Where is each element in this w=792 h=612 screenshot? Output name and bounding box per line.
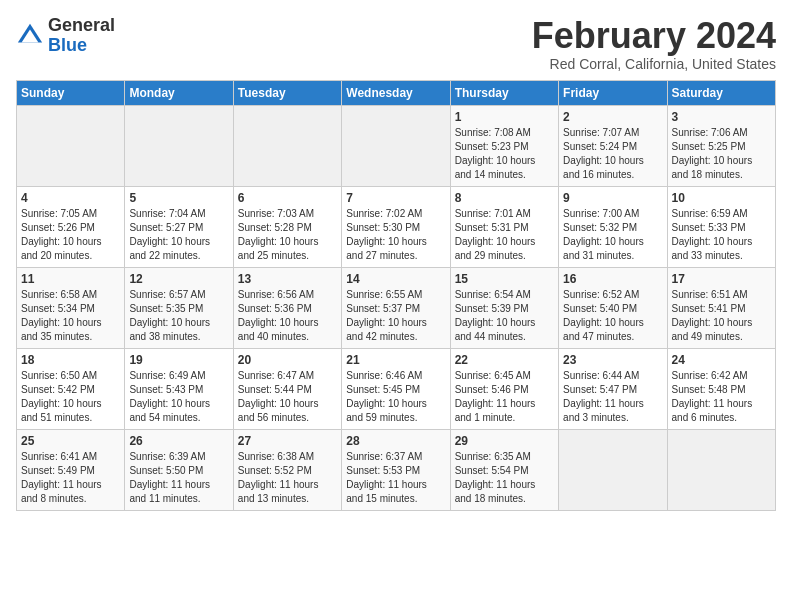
calendar-cell: 15Sunrise: 6:54 AM Sunset: 5:39 PM Dayli… (450, 267, 558, 348)
calendar-cell (17, 105, 125, 186)
calendar-week-row: 1Sunrise: 7:08 AM Sunset: 5:23 PM Daylig… (17, 105, 776, 186)
calendar-cell: 28Sunrise: 6:37 AM Sunset: 5:53 PM Dayli… (342, 429, 450, 510)
day-number: 21 (346, 353, 445, 367)
header-day-tuesday: Tuesday (233, 80, 341, 105)
calendar-cell: 14Sunrise: 6:55 AM Sunset: 5:37 PM Dayli… (342, 267, 450, 348)
day-number: 26 (129, 434, 228, 448)
day-info: Sunrise: 6:46 AM Sunset: 5:45 PM Dayligh… (346, 369, 445, 425)
day-info: Sunrise: 6:56 AM Sunset: 5:36 PM Dayligh… (238, 288, 337, 344)
calendar-week-row: 11Sunrise: 6:58 AM Sunset: 5:34 PM Dayli… (17, 267, 776, 348)
calendar-cell: 16Sunrise: 6:52 AM Sunset: 5:40 PM Dayli… (559, 267, 667, 348)
day-number: 2 (563, 110, 662, 124)
calendar-cell (125, 105, 233, 186)
calendar-cell: 26Sunrise: 6:39 AM Sunset: 5:50 PM Dayli… (125, 429, 233, 510)
header-day-wednesday: Wednesday (342, 80, 450, 105)
day-info: Sunrise: 6:45 AM Sunset: 5:46 PM Dayligh… (455, 369, 554, 425)
calendar-cell (233, 105, 341, 186)
calendar-cell: 8Sunrise: 7:01 AM Sunset: 5:31 PM Daylig… (450, 186, 558, 267)
calendar-cell: 4Sunrise: 7:05 AM Sunset: 5:26 PM Daylig… (17, 186, 125, 267)
day-info: Sunrise: 7:00 AM Sunset: 5:32 PM Dayligh… (563, 207, 662, 263)
header-day-thursday: Thursday (450, 80, 558, 105)
header-day-sunday: Sunday (17, 80, 125, 105)
title-area: February 2024 Red Corral, California, Un… (532, 16, 776, 72)
day-number: 7 (346, 191, 445, 205)
header: General Blue February 2024 Red Corral, C… (16, 16, 776, 72)
day-number: 17 (672, 272, 771, 286)
day-info: Sunrise: 7:06 AM Sunset: 5:25 PM Dayligh… (672, 126, 771, 182)
calendar-cell: 12Sunrise: 6:57 AM Sunset: 5:35 PM Dayli… (125, 267, 233, 348)
day-number: 11 (21, 272, 120, 286)
calendar-week-row: 25Sunrise: 6:41 AM Sunset: 5:49 PM Dayli… (17, 429, 776, 510)
calendar-cell: 6Sunrise: 7:03 AM Sunset: 5:28 PM Daylig… (233, 186, 341, 267)
day-info: Sunrise: 7:08 AM Sunset: 5:23 PM Dayligh… (455, 126, 554, 182)
day-info: Sunrise: 7:07 AM Sunset: 5:24 PM Dayligh… (563, 126, 662, 182)
day-info: Sunrise: 6:50 AM Sunset: 5:42 PM Dayligh… (21, 369, 120, 425)
day-info: Sunrise: 6:49 AM Sunset: 5:43 PM Dayligh… (129, 369, 228, 425)
day-info: Sunrise: 7:03 AM Sunset: 5:28 PM Dayligh… (238, 207, 337, 263)
day-info: Sunrise: 7:05 AM Sunset: 5:26 PM Dayligh… (21, 207, 120, 263)
day-info: Sunrise: 7:02 AM Sunset: 5:30 PM Dayligh… (346, 207, 445, 263)
location-title: Red Corral, California, United States (532, 56, 776, 72)
calendar-cell: 2Sunrise: 7:07 AM Sunset: 5:24 PM Daylig… (559, 105, 667, 186)
day-number: 27 (238, 434, 337, 448)
day-number: 4 (21, 191, 120, 205)
calendar-cell: 7Sunrise: 7:02 AM Sunset: 5:30 PM Daylig… (342, 186, 450, 267)
calendar-cell: 25Sunrise: 6:41 AM Sunset: 5:49 PM Dayli… (17, 429, 125, 510)
day-number: 29 (455, 434, 554, 448)
logo-icon (16, 22, 44, 50)
day-number: 10 (672, 191, 771, 205)
calendar: SundayMondayTuesdayWednesdayThursdayFrid… (16, 80, 776, 511)
calendar-cell: 29Sunrise: 6:35 AM Sunset: 5:54 PM Dayli… (450, 429, 558, 510)
day-number: 23 (563, 353, 662, 367)
day-number: 9 (563, 191, 662, 205)
day-number: 22 (455, 353, 554, 367)
calendar-week-row: 4Sunrise: 7:05 AM Sunset: 5:26 PM Daylig… (17, 186, 776, 267)
day-number: 16 (563, 272, 662, 286)
calendar-cell (559, 429, 667, 510)
day-info: Sunrise: 6:58 AM Sunset: 5:34 PM Dayligh… (21, 288, 120, 344)
day-info: Sunrise: 7:01 AM Sunset: 5:31 PM Dayligh… (455, 207, 554, 263)
calendar-cell: 18Sunrise: 6:50 AM Sunset: 5:42 PM Dayli… (17, 348, 125, 429)
calendar-cell: 11Sunrise: 6:58 AM Sunset: 5:34 PM Dayli… (17, 267, 125, 348)
month-title: February 2024 (532, 16, 776, 56)
calendar-week-row: 18Sunrise: 6:50 AM Sunset: 5:42 PM Dayli… (17, 348, 776, 429)
calendar-cell: 9Sunrise: 7:00 AM Sunset: 5:32 PM Daylig… (559, 186, 667, 267)
day-info: Sunrise: 6:57 AM Sunset: 5:35 PM Dayligh… (129, 288, 228, 344)
calendar-cell: 5Sunrise: 7:04 AM Sunset: 5:27 PM Daylig… (125, 186, 233, 267)
day-number: 18 (21, 353, 120, 367)
day-info: Sunrise: 6:59 AM Sunset: 5:33 PM Dayligh… (672, 207, 771, 263)
day-info: Sunrise: 6:44 AM Sunset: 5:47 PM Dayligh… (563, 369, 662, 425)
header-day-monday: Monday (125, 80, 233, 105)
logo: General Blue (16, 16, 115, 56)
day-info: Sunrise: 6:35 AM Sunset: 5:54 PM Dayligh… (455, 450, 554, 506)
day-number: 13 (238, 272, 337, 286)
day-number: 12 (129, 272, 228, 286)
day-number: 14 (346, 272, 445, 286)
day-number: 24 (672, 353, 771, 367)
day-info: Sunrise: 6:41 AM Sunset: 5:49 PM Dayligh… (21, 450, 120, 506)
calendar-header-row: SundayMondayTuesdayWednesdayThursdayFrid… (17, 80, 776, 105)
day-number: 15 (455, 272, 554, 286)
calendar-cell: 20Sunrise: 6:47 AM Sunset: 5:44 PM Dayli… (233, 348, 341, 429)
day-number: 28 (346, 434, 445, 448)
day-number: 20 (238, 353, 337, 367)
day-number: 1 (455, 110, 554, 124)
day-number: 19 (129, 353, 228, 367)
day-info: Sunrise: 6:42 AM Sunset: 5:48 PM Dayligh… (672, 369, 771, 425)
day-number: 6 (238, 191, 337, 205)
calendar-cell: 17Sunrise: 6:51 AM Sunset: 5:41 PM Dayli… (667, 267, 775, 348)
header-day-saturday: Saturday (667, 80, 775, 105)
day-info: Sunrise: 6:55 AM Sunset: 5:37 PM Dayligh… (346, 288, 445, 344)
calendar-cell: 19Sunrise: 6:49 AM Sunset: 5:43 PM Dayli… (125, 348, 233, 429)
day-number: 25 (21, 434, 120, 448)
header-day-friday: Friday (559, 80, 667, 105)
calendar-cell: 27Sunrise: 6:38 AM Sunset: 5:52 PM Dayli… (233, 429, 341, 510)
calendar-cell (342, 105, 450, 186)
calendar-cell: 23Sunrise: 6:44 AM Sunset: 5:47 PM Dayli… (559, 348, 667, 429)
day-info: Sunrise: 6:51 AM Sunset: 5:41 PM Dayligh… (672, 288, 771, 344)
day-info: Sunrise: 6:52 AM Sunset: 5:40 PM Dayligh… (563, 288, 662, 344)
calendar-cell: 1Sunrise: 7:08 AM Sunset: 5:23 PM Daylig… (450, 105, 558, 186)
day-info: Sunrise: 6:39 AM Sunset: 5:50 PM Dayligh… (129, 450, 228, 506)
day-number: 8 (455, 191, 554, 205)
day-info: Sunrise: 6:38 AM Sunset: 5:52 PM Dayligh… (238, 450, 337, 506)
